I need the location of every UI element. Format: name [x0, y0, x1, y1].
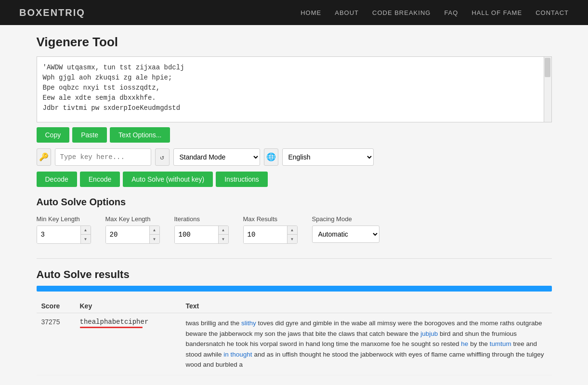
iterations-group: Iterations ▲ ▼ [174, 215, 229, 244]
spacing-mode-group: Spacing Mode Automatic Preserve Strip [312, 215, 379, 244]
iterations-up[interactable]: ▲ [219, 226, 228, 235]
key-input[interactable] [55, 148, 151, 166]
controls-row: 🔑 ↺ Standard Mode Beaufort Mode Variant … [37, 148, 552, 166]
instructions-button[interactable]: Instructions [216, 172, 268, 187]
nav-home[interactable]: HOME [301, 9, 321, 16]
iterations-input[interactable] [175, 226, 218, 243]
min-key-length-input-wrapper: ▲ ▼ [37, 226, 91, 244]
iterations-label: Iterations [174, 215, 229, 223]
max-key-length-label: Max Key Length [105, 215, 160, 223]
max-results-group: Max Results ▲ ▼ [243, 215, 298, 244]
reset-button[interactable]: ↺ [155, 148, 170, 166]
key-icon: 🔑 [37, 148, 51, 166]
max-key-up[interactable]: ▲ [150, 226, 159, 235]
col-key: Key [75, 299, 181, 313]
min-key-up[interactable]: ▲ [81, 226, 91, 235]
highlight-he: he [461, 340, 468, 347]
iterations-spinners: ▲ ▼ [218, 226, 228, 243]
results-table-header: Score Key Text [37, 299, 552, 313]
scrollbar-thumb [545, 58, 550, 77]
nav-about[interactable]: ABOUT [335, 9, 359, 16]
max-results-up[interactable]: ▲ [287, 226, 297, 235]
navbar: BOXENTRIQ HOME ABOUT CODE BREAKING FAQ H… [0, 0, 588, 25]
table-row: 37275 thealphabetcipher twas brillig and… [37, 313, 552, 375]
progress-bar [37, 286, 552, 292]
max-results-input[interactable] [244, 226, 287, 243]
action-buttons: Decode Encode Auto Solve (without key) I… [37, 172, 552, 187]
key-underline-decoration [80, 327, 143, 328]
language-select[interactable]: English French German Spanish [282, 148, 374, 166]
max-key-length-input-wrapper: ▲ ▼ [105, 226, 160, 244]
auto-solve-options-title: Auto Solve Options [37, 197, 552, 208]
mode-select[interactable]: Standard Mode Beaufort Mode Variant Beau… [173, 148, 260, 166]
result-score: 37275 [37, 313, 75, 375]
highlight-tumtum: tumtum [490, 340, 511, 347]
text-action-buttons: Copy Paste Text Options... [37, 127, 552, 143]
encode-button[interactable]: Encode [80, 172, 120, 187]
result-text: twas brillig and the slithy toves did gy… [181, 313, 552, 375]
spacing-mode-select[interactable]: Automatic Preserve Strip [312, 226, 379, 243]
result-key-text: thealphabetcipher [80, 318, 176, 326]
min-key-spinners: ▲ ▼ [80, 226, 91, 243]
auto-solve-button[interactable]: Auto Solve (without key) [123, 172, 213, 187]
spacing-mode-label: Spacing Mode [312, 215, 379, 223]
decode-button[interactable]: Decode [37, 172, 77, 187]
text-options-button[interactable]: Text Options... [110, 127, 170, 143]
iterations-input-wrapper: ▲ ▼ [174, 226, 229, 244]
result-key-cell: thealphabetcipher [75, 313, 181, 375]
min-key-length-group: Min Key Length ▲ ▼ [37, 215, 91, 244]
results-title: Auto Solve results [37, 268, 552, 281]
min-key-down[interactable]: ▼ [81, 235, 91, 243]
options-grid: Min Key Length ▲ ▼ Max Key Length ▲ ▼ [37, 215, 552, 244]
nav-code-breaking[interactable]: CODE BREAKING [372, 9, 431, 16]
iterations-down[interactable]: ▼ [219, 235, 228, 243]
col-text: Text [181, 299, 552, 313]
highlight-in-thought: in thought [223, 351, 252, 358]
max-key-spinners: ▲ ▼ [149, 226, 159, 243]
nav-contact[interactable]: CONTACT [536, 9, 569, 16]
max-key-length-input[interactable] [106, 226, 149, 243]
copy-button[interactable]: Copy [37, 127, 70, 143]
text-area-wrapper: 'AWDW utqasmx, tun tst zijxaa bdclj Wph … [37, 56, 552, 122]
max-key-down[interactable]: ▼ [150, 235, 159, 243]
results-table-body: 37275 thealphabetcipher twas brillig and… [37, 313, 552, 375]
nav-hall-of-fame[interactable]: HALL OF FAME [471, 9, 522, 16]
paste-button[interactable]: Paste [72, 127, 107, 143]
highlight-slithy: slithy [241, 319, 256, 327]
col-score: Score [37, 299, 75, 313]
site-logo: BOXENTRIQ [19, 7, 85, 18]
max-results-input-wrapper: ▲ ▼ [243, 226, 298, 244]
max-key-length-group: Max Key Length ▲ ▼ [105, 215, 160, 244]
globe-icon: 🌐 [264, 148, 278, 166]
max-results-down[interactable]: ▼ [287, 235, 297, 243]
nav-faq[interactable]: FAQ [444, 9, 458, 16]
min-key-length-input[interactable] [37, 226, 80, 243]
scrollbar[interactable] [544, 57, 551, 122]
page-title: Vigenere Tool [37, 35, 552, 50]
main-content: Vigenere Tool 'AWDW utqasmx, tun tst zij… [17, 25, 571, 385]
divider [37, 258, 552, 259]
main-textarea[interactable]: 'AWDW utqasmx, tun tst zijxaa bdclj Wph … [37, 57, 551, 119]
min-key-length-label: Min Key Length [37, 215, 91, 223]
max-results-spinners: ▲ ▼ [287, 226, 297, 243]
nav-links: HOME ABOUT CODE BREAKING FAQ HALL OF FAM… [301, 9, 569, 16]
highlight-jubjub: jubjub [420, 330, 438, 337]
max-results-label: Max Results [243, 215, 298, 223]
results-table: Score Key Text 37275 thealphabetcipher t… [37, 299, 552, 375]
